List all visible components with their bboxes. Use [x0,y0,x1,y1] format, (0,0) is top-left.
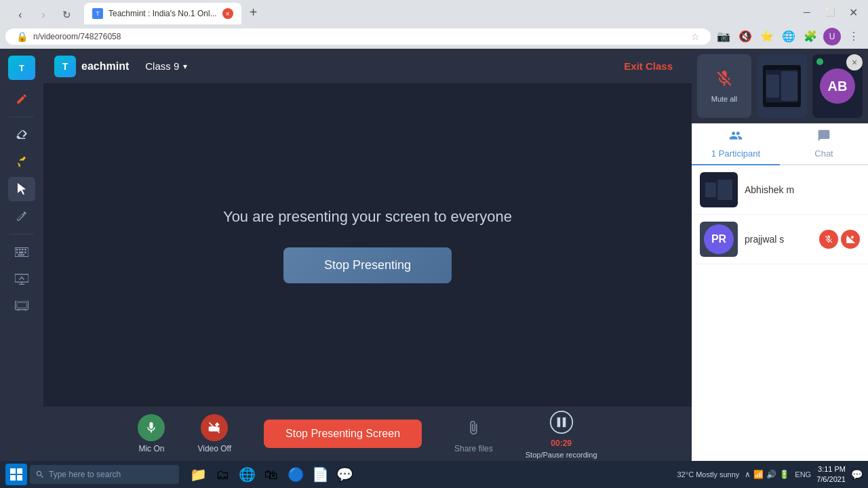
screen-preview-1 [700,172,738,207]
taskbar-network-icon[interactable]: 📶 [753,470,764,479]
participant-avatar-2: PR [704,224,734,254]
svg-rect-19 [562,418,566,427]
svg-rect-8 [18,254,24,256]
svg-rect-4 [24,249,26,251]
highlighter-tool-btn[interactable] [8,150,35,174]
eraser-tool-btn[interactable] [8,123,35,147]
bottom-bar: Mic On Video Off Stop Presenting Screen … [43,407,692,461]
app-header: T eachmint Class 9 ▾ Exit Class [43,49,692,84]
ext-icon-2[interactable]: 🔇 [736,28,754,45]
participant-name-1: Abhishek m [745,184,860,195]
ext-icon-puzzle[interactable]: 🧩 [802,28,819,45]
svg-rect-13 [17,302,26,308]
user-avatar-browser[interactable]: U [823,28,841,45]
tab-participants[interactable]: 1 Participant [692,123,780,165]
left-toolbar: T [0,49,43,461]
taskbar-app-chat[interactable]: 💬 [334,464,355,485]
participant-2-controls [819,230,860,249]
browser-refresh-btn[interactable]: ↻ [57,5,76,24]
participant-thumb-2: PR [700,222,738,257]
video-off-icon [201,414,228,441]
taskbar-up-arrow[interactable]: ∧ [745,470,751,479]
start-button[interactable] [5,464,27,485]
participant-item-1[interactable]: Abhishek m [692,165,868,215]
recording-time: 00:29 [551,439,572,448]
mute-all-label: Mute all [711,95,738,103]
tab-favicon: T [92,8,103,19]
stop-presenting-screen-button[interactable]: Stop Presenting Screen [264,420,422,448]
participant-tile-1[interactable] [757,54,807,118]
tab-title: Teachmint : India's No.1 Onl... [108,9,217,18]
browser-tab[interactable]: T Teachmint : India's No.1 Onl... × [84,3,241,24]
browser-close-btn[interactable]: ✕ [844,3,863,22]
share-files-control[interactable]: Share files [454,414,493,453]
svg-point-17 [550,411,572,433]
taskbar: Type here to search 📁 🗂 🌐 🛍 🔵 📄 💬 32°C M… [0,461,868,488]
svg-rect-20 [10,468,16,474]
right-panel: Mute all AB [692,49,868,461]
new-tab-btn[interactable]: + [244,3,263,22]
ext-icon-1[interactable]: 📷 [715,28,732,45]
stop-presenting-button[interactable]: Stop Presenting [283,247,452,283]
browser-forward-btn[interactable]: › [34,5,53,24]
mute-participant-btn[interactable] [819,230,838,249]
panel-tabs: 1 Participant Chat [692,123,868,165]
class-selector[interactable]: Class 9 ▾ [140,58,193,75]
presenting-message: You are presenting your screen to everyo… [223,208,512,226]
tab-chat[interactable]: Chat [780,123,868,165]
address-bar[interactable]: n/videoroom/748276058 [33,32,121,41]
class-name: Class 9 [145,60,179,72]
svg-rect-2 [19,249,20,251]
exit-class-btn[interactable]: Exit Class [616,56,681,76]
ext-icon-4[interactable]: 🌐 [780,28,797,45]
svg-rect-6 [19,251,24,253]
participant-name-2: prajjwal s [745,234,812,245]
taskbar-app-store[interactable]: 🛍 [260,464,282,485]
mic-icon [138,414,165,441]
browser-maximize-btn[interactable]: ⬜ [821,3,840,22]
chat-tab-icon [817,129,831,146]
line-tool-btn[interactable] [8,204,35,228]
browser-menu-btn[interactable]: ⋮ [845,28,863,45]
bookmark-icon[interactable]: ☆ [691,31,700,42]
taskbar-search[interactable]: Type here to search [30,465,179,484]
recording-control[interactable]: 00:29 Stop/Pause recording [526,409,597,459]
video-control[interactable]: Video Off [197,414,231,453]
taskbar-app-pdf[interactable]: 📄 [309,464,331,485]
taskbar-system-icons: ∧ 📶 🔊 🔋 [745,470,789,479]
taskbar-app-edge[interactable]: 🌐 [236,464,258,485]
participant-item-2[interactable]: PR prajjwal s [692,215,868,264]
pen-tool-btn[interactable] [8,87,35,111]
svg-rect-1 [16,249,18,251]
video-label: Video Off [197,444,231,453]
panel-close-btn[interactable]: × [846,54,863,70]
taskbar-battery-icon[interactable]: 🔋 [779,470,789,479]
pause-recording-icon [548,409,575,436]
toolbar-logo: T [5,54,38,81]
svg-rect-3 [22,249,24,251]
svg-rect-23 [17,475,22,481]
mic-control[interactable]: Mic On [138,414,165,453]
browser-back-btn[interactable]: ‹ [11,5,30,24]
taskbar-app-chrome[interactable]: 🔵 [285,464,307,485]
svg-rect-22 [10,475,16,481]
cursor-tool-btn[interactable] [8,177,35,201]
tab-close-btn[interactable]: × [222,8,233,19]
chevron-down-icon: ▾ [183,62,187,71]
taskbar-volume-icon[interactable]: 🔊 [766,470,776,479]
video-off-participant-btn[interactable] [841,230,860,249]
participants-tab-icon [729,129,743,146]
video-tiles: Mute all AB [692,49,868,123]
header-logo: T eachmint [54,56,129,77]
screen-share-tool-btn[interactable] [8,267,35,291]
taskbar-app-explorer[interactable]: 📁 [187,464,209,485]
mute-all-tile[interactable]: Mute all [697,54,751,118]
keyboard-tool-btn[interactable] [8,240,35,264]
taskbar-app-files[interactable]: 🗂 [212,464,233,485]
taskbar-notification-icon[interactable]: 💬 [851,469,863,480]
ext-icon-3[interactable]: ⭐ [758,28,776,45]
frame-tool-btn[interactable] [8,294,35,319]
main-content: T eachmint Class 9 ▾ Exit Class You are … [43,49,692,461]
svg-rect-9 [15,274,28,283]
browser-minimize-btn[interactable]: ─ [797,3,816,22]
